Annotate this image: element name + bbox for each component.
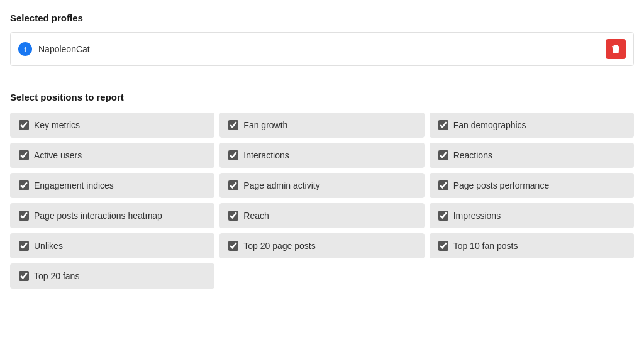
trash-icon: [611, 44, 621, 54]
checkbox-page-posts-performance[interactable]: [438, 180, 448, 190]
checkbox-unlikes[interactable]: [19, 241, 29, 251]
checkbox-item-unlikes[interactable]: Unlikes: [10, 233, 214, 258]
checkbox-item-fan-demographics[interactable]: Fan demographics: [430, 113, 634, 138]
positions-label: Select positions to report: [10, 92, 634, 102]
checkbox-engagement-indices[interactable]: [19, 180, 29, 190]
checkbox-item-active-users[interactable]: Active users: [10, 143, 214, 168]
checkbox-impressions[interactable]: [438, 211, 448, 221]
positions-section: Select positions to report Key metricsFa…: [10, 92, 634, 289]
checkbox-label-reach: Reach: [243, 211, 269, 221]
checkbox-label-top-10-fan-posts: Top 10 fan posts: [453, 241, 518, 251]
checkbox-label-top-20-page-posts: Top 20 page posts: [243, 241, 315, 251]
profile-left: f NapoleonCat: [18, 42, 90, 56]
checkbox-label-top-20-fans: Top 20 fans: [34, 271, 79, 281]
checkbox-label-fan-growth: Fan growth: [243, 120, 287, 130]
selected-profiles-title: Selected profles: [10, 13, 634, 23]
checkbox-item-reactions[interactable]: Reactions: [430, 143, 634, 168]
checkbox-fan-demographics[interactable]: [438, 120, 448, 130]
checkbox-grid: Key metricsFan growthFan demographicsAct…: [10, 113, 634, 289]
divider: [10, 79, 634, 79]
checkbox-item-page-admin-activity[interactable]: Page admin activity: [219, 173, 424, 198]
checkbox-label-engagement-indices: Engagement indices: [34, 180, 114, 190]
checkbox-reach[interactable]: [228, 211, 238, 221]
checkbox-item-page-posts-performance[interactable]: Page posts performance: [430, 173, 634, 198]
checkbox-top-20-page-posts[interactable]: [228, 241, 238, 251]
profile-row: f NapoleonCat: [10, 32, 634, 66]
checkbox-item-top-20-fans[interactable]: Top 20 fans: [10, 263, 214, 289]
checkbox-item-top-10-fan-posts[interactable]: Top 10 fan posts: [430, 233, 634, 258]
checkbox-label-fan-demographics: Fan demographics: [453, 120, 526, 130]
checkbox-label-active-users: Active users: [34, 150, 82, 160]
checkbox-top-10-fan-posts[interactable]: [438, 241, 448, 251]
checkbox-item-fan-growth[interactable]: Fan growth: [219, 113, 424, 138]
checkbox-item-engagement-indices[interactable]: Engagement indices: [10, 173, 214, 198]
checkbox-label-impressions: Impressions: [453, 211, 501, 221]
delete-profile-button[interactable]: [606, 39, 626, 59]
checkbox-page-posts-interactions-heatmap[interactable]: [19, 211, 29, 221]
fb-letter: f: [24, 45, 26, 54]
checkbox-item-top-20-page-posts[interactable]: Top 20 page posts: [219, 233, 424, 258]
checkbox-fan-growth[interactable]: [228, 120, 238, 130]
facebook-icon: f: [18, 42, 32, 56]
checkbox-label-key-metrics: Key metrics: [34, 120, 80, 130]
checkbox-label-page-posts-performance: Page posts performance: [453, 180, 550, 190]
checkbox-label-page-posts-interactions-heatmap: Page posts interactions heatmap: [34, 211, 162, 221]
main-container: Selected profles f NapoleonCat Select po…: [0, 0, 644, 301]
profile-name: NapoleonCat: [38, 44, 90, 54]
checkbox-top-20-fans[interactable]: [19, 271, 29, 281]
checkbox-interactions[interactable]: [228, 150, 238, 160]
checkbox-label-reactions: Reactions: [453, 150, 492, 160]
checkbox-reactions[interactable]: [438, 150, 448, 160]
checkbox-key-metrics[interactable]: [19, 120, 29, 130]
checkbox-item-page-posts-interactions-heatmap[interactable]: Page posts interactions heatmap: [10, 203, 214, 228]
checkbox-label-interactions: Interactions: [243, 150, 289, 160]
checkbox-item-impressions[interactable]: Impressions: [430, 203, 634, 228]
checkbox-item-reach[interactable]: Reach: [219, 203, 424, 228]
checkbox-active-users[interactable]: [19, 150, 29, 160]
checkbox-page-admin-activity[interactable]: [228, 180, 238, 190]
checkbox-item-interactions[interactable]: Interactions: [219, 143, 424, 168]
checkbox-label-page-admin-activity: Page admin activity: [243, 180, 319, 190]
checkbox-item-key-metrics[interactable]: Key metrics: [10, 113, 214, 138]
checkbox-label-unlikes: Unlikes: [34, 241, 63, 251]
